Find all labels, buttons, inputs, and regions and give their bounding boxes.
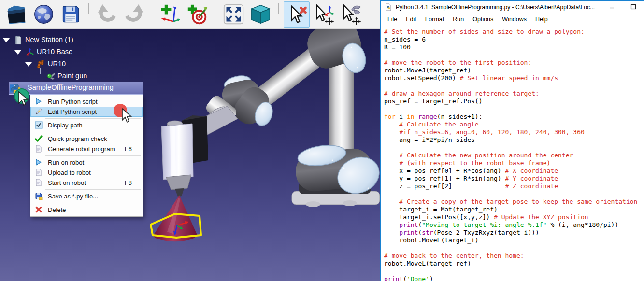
code-segment: y = pos_ref[1] + R*sin(ang) (384, 175, 505, 182)
tree-expander-icon[interactable] (14, 50, 21, 55)
tree-item-label: UR10 Base (37, 48, 72, 56)
redo-button[interactable] (121, 1, 147, 28)
tree-item-ur10-base[interactable]: UR10 Base (0, 47, 159, 58)
code-segment: print (384, 275, 403, 281)
code-line (384, 105, 644, 113)
undo-button[interactable] (94, 1, 120, 28)
toolbar-separator (88, 3, 89, 26)
tree-expander-icon[interactable] (25, 62, 32, 67)
code-line: print("Moving to target %i: angle %.1f" … (384, 221, 644, 229)
code-line (384, 244, 644, 252)
editor-window-title: Python 3.4.1: SampleOfflineProgramming.p… (396, 4, 601, 11)
add-target-button[interactable] (184, 1, 210, 28)
menu-item-upload-to-robot[interactable]: Upload to robot (30, 168, 143, 178)
code-segment: # Set the number of sides and size to dr… (384, 28, 585, 35)
code-segment: x = pos_ref[0] + R*cos(ang) (384, 167, 505, 174)
code-segment: # Calculate the new position around the … (399, 152, 573, 159)
code-segment (384, 229, 399, 236)
code-segment: i (395, 113, 406, 120)
editor-menu-format[interactable]: Format (421, 14, 449, 24)
document-icon (35, 179, 43, 186)
menu-item-label: Run Python script (48, 98, 98, 105)
code-line (384, 82, 644, 90)
tree-item-new-station-1-[interactable]: New Station (1) (0, 35, 159, 46)
editor-menu-run[interactable]: Run (448, 14, 468, 24)
code-segment: #if n_sides=6, ang=0, 60, 120, 180, 240,… (399, 128, 585, 136)
menu-item-label: Save as *.py file... (48, 193, 98, 200)
tree-expander-icon[interactable] (3, 38, 10, 42)
save-station-button[interactable] (57, 1, 84, 28)
code-segment: robot.MoveL(target_ref) (384, 260, 471, 267)
select-tool-button[interactable] (284, 1, 310, 28)
menu-item-run-python-script[interactable]: Run Python script (30, 97, 143, 107)
code-segment: ) (429, 275, 433, 281)
editor-title-bar[interactable]: Python 3.4.1: SampleOfflineProgramming.p… (381, 1, 644, 14)
cursor-select-icon (286, 3, 308, 25)
robot-base (292, 142, 380, 207)
code-segment: "Moving to target %i: angle %.1f" (422, 221, 546, 228)
save-icon (60, 3, 82, 25)
menu-item-generate-robot-program[interactable]: Generate robot programF6 (30, 144, 143, 154)
menu-item-start-on-robot[interactable]: Start on robotF8 (30, 178, 143, 188)
menu-item-edit-python-script[interactable]: Edit Python script (30, 107, 143, 117)
code-line: # move back to the center, then home: (384, 252, 644, 260)
editor-menu-help[interactable]: Help (531, 14, 552, 24)
maximize-button[interactable] (623, 1, 644, 13)
code-line: print(str(Pose_2_TxyzRxyz(target_i))) (384, 229, 644, 237)
code-line: # (with respect to the robot base frame) (384, 159, 644, 167)
code-segment: 'Done' (407, 275, 429, 281)
code-line: ang = i*2*pi/n_sides (384, 136, 644, 144)
menu-item-quick-program-check[interactable]: Quick program check (30, 134, 143, 144)
tree-item-label: New Station (1) (25, 36, 73, 43)
menu-item-run-on-robot[interactable]: Run on robot (30, 157, 143, 168)
fit-all-button[interactable] (220, 1, 246, 28)
editor-menu-edit[interactable]: Edit (401, 14, 421, 24)
editor-menu-file[interactable]: File (383, 14, 401, 24)
menu-item-delete[interactable]: Delete (30, 205, 143, 215)
py-file-icon (385, 3, 392, 11)
menu-item-save-as-py-file-[interactable]: Save as *.py file... (30, 191, 143, 201)
code-line: print('Done') (384, 275, 644, 281)
code-editor[interactable]: # Set the number of sides and size to dr… (381, 26, 644, 281)
code-segment: (Pose_2_TxyzRxyz(target_i))) (433, 229, 539, 236)
code-segment: ( (403, 275, 407, 281)
menu-item-label: Generate robot program (48, 145, 115, 153)
minimize-button[interactable] (601, 1, 623, 13)
delete-icon (35, 206, 43, 213)
editor-menu-options[interactable]: Options (468, 14, 498, 24)
online-library-button[interactable] (30, 1, 57, 28)
code-line: robot.setSpeed(200) # Set linear speed i… (384, 74, 644, 82)
code-line (384, 267, 644, 275)
station-icon (14, 35, 23, 45)
code-line: robot.MoveL(target_i) (384, 237, 644, 244)
code-segment: # X coordinate (505, 167, 558, 174)
checkbox-checked-icon (35, 121, 43, 129)
tree-item-sampleofflineprogramming[interactable]: SampleOfflineProgramming (0, 83, 159, 94)
code-segment: # move back to the center, then home: (384, 252, 524, 259)
code-segment: # (with respect to the robot base frame) (399, 159, 550, 167)
code-segment: in (407, 113, 415, 120)
code-segment (384, 198, 399, 205)
document-icon (35, 169, 43, 176)
document-icon (35, 145, 43, 153)
code-line: #if n_sides=6, ang=0, 60, 120, 180, 240,… (384, 128, 644, 136)
redo-icon (123, 3, 145, 25)
code-segment: target_i.setPos([x,y,z]) (384, 213, 494, 221)
add-reference-frame-button[interactable] (157, 1, 183, 28)
open-station-button[interactable] (3, 1, 29, 28)
move-robot-tool-button[interactable] (338, 1, 364, 28)
iso-cube-icon (250, 3, 272, 25)
tree-item-ur10[interactable]: UR10 (0, 59, 159, 70)
code-segment (384, 221, 399, 228)
tool-white-body (161, 124, 193, 180)
menu-separator (45, 189, 141, 190)
tree-item-paint-gun[interactable]: Paint gun (0, 71, 159, 83)
code-line: robot.MoveJ(target_ref) (384, 67, 644, 74)
minimize-icon (609, 4, 615, 11)
menu-item-display-path[interactable]: Display path (30, 120, 143, 130)
isometric-view-button[interactable] (247, 1, 273, 28)
editor-menu-windows[interactable]: Windows (498, 14, 531, 24)
move-reference-tool-button[interactable] (311, 1, 337, 28)
code-line (384, 144, 644, 152)
code-segment: n_sides = 6 (384, 36, 426, 43)
